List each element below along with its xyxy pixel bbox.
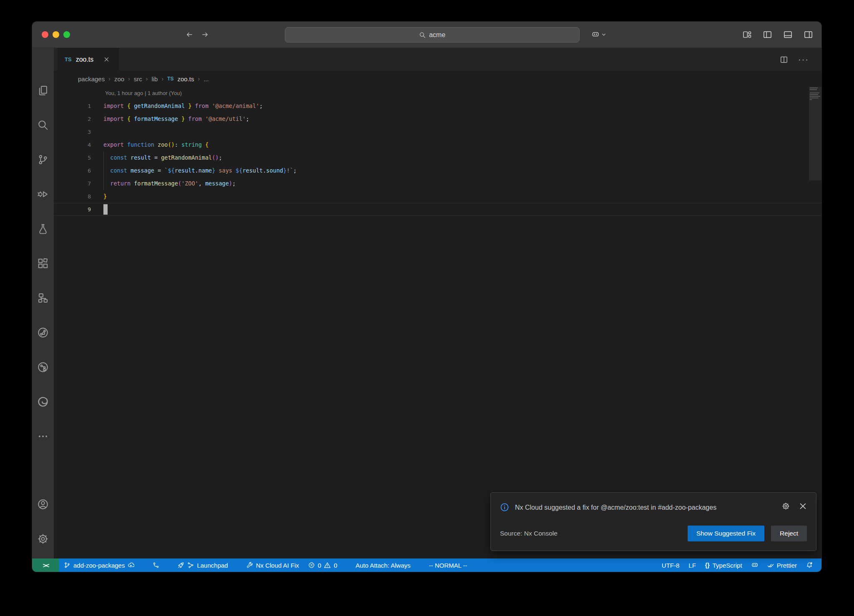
activity-nx-cloud-item[interactable] [32, 350, 54, 384]
eol-status[interactable]: LF [684, 558, 701, 572]
minimize-window-button[interactable] [53, 31, 59, 38]
code-line-1[interactable]: 1import { getRandomAnimal } from '@acme/… [54, 100, 821, 113]
code-line-2[interactable]: 2import { formatMessage } from '@acme/ut… [54, 113, 821, 125]
activity-nx-console-item[interactable] [32, 315, 54, 350]
run-debug-icon [38, 189, 48, 200]
code-line-4[interactable]: 4export function zoo(): string { [54, 138, 821, 151]
code-line-5[interactable]: 5 const result = getRandomAnimal(); [54, 151, 821, 164]
blame-annotation[interactable]: You, 1 hour ago | 1 author (You) [54, 87, 821, 100]
prettier-status[interactable]: Prettier [763, 558, 801, 572]
toggle-primary-sidebar-button[interactable] [763, 30, 772, 40]
activity-run-debug-item[interactable] [32, 177, 54, 211]
encoding-status[interactable]: UTF-8 [657, 558, 684, 572]
activity-account-item[interactable] [32, 487, 54, 521]
tab-label: zoo.ts [76, 56, 94, 63]
breadcrumb-src[interactable]: src [134, 75, 142, 83]
breadcrumb-lib[interactable]: lib [151, 75, 158, 83]
window-controls [42, 31, 70, 38]
code-line-content[interactable]: } [103, 190, 821, 203]
code-line-content[interactable]: const message = `${result.name} says ${r… [103, 164, 821, 177]
code-editor[interactable]: You, 1 hour ago | 1 author (You) 1import… [54, 87, 821, 558]
glyph: {} [705, 562, 710, 568]
activity-settings-gear-item[interactable] [32, 521, 54, 556]
toggle-panel-button[interactable] [783, 30, 793, 40]
nx-console-icon [38, 327, 48, 338]
more-icon [38, 431, 48, 442]
launchpad-status[interactable]: Launchpad [173, 558, 232, 572]
close-tab-button[interactable] [101, 54, 112, 65]
breadcrumb-file[interactable]: zoo.ts [177, 75, 194, 83]
rocket-icon [178, 562, 184, 568]
activity-more-item[interactable] [32, 419, 54, 453]
wrench-icon [246, 562, 253, 568]
minimap-slider[interactable] [809, 87, 821, 180]
cloud-upload-icon [128, 562, 134, 568]
breadcrumb-zoo[interactable]: zoo [114, 75, 124, 83]
label: 0 [318, 562, 321, 569]
code-line-content[interactable]: const result = getRandomAnimal(); [103, 151, 821, 164]
label: TypeScript [713, 562, 742, 569]
breadcrumb-symbol-overflow[interactable]: ... [203, 75, 209, 83]
code-line-3[interactable]: 3 [54, 125, 821, 138]
git-branch-status[interactable]: add-zoo-packages [59, 558, 139, 572]
notifications-bell[interactable] [801, 558, 817, 572]
customize-layout-button[interactable] [742, 30, 752, 40]
show-suggested-fix-button[interactable]: Show Suggested Fix [688, 526, 764, 541]
command-center-search[interactable]: acme [285, 27, 580, 43]
activity-files-item[interactable] [32, 73, 54, 108]
code-line-7[interactable]: 7 return formatMessage('ZOO', message); [54, 177, 821, 190]
activity-search-item[interactable] [32, 108, 54, 142]
source-control-icon [38, 154, 48, 165]
activity-references-item[interactable] [32, 280, 54, 315]
git-graph-status[interactable] [148, 558, 164, 572]
split-editor-button[interactable] [780, 55, 788, 64]
language-status[interactable]: {}TypeScript [701, 558, 747, 572]
tab-bar: TS zoo.ts ··· [54, 48, 821, 71]
line-number: 3 [54, 125, 91, 138]
activity-extensions-item[interactable] [32, 246, 54, 280]
notification-settings-gear-icon[interactable] [782, 502, 790, 510]
forward-button[interactable] [201, 31, 209, 38]
line-number: 5 [54, 151, 91, 164]
toggle-secondary-sidebar-button[interactable] [804, 30, 813, 40]
activity-bar [32, 48, 54, 558]
code-line-content[interactable]: import { formatMessage } from '@acme/uti… [103, 113, 821, 125]
minimap[interactable] [809, 87, 821, 558]
code-line-content[interactable] [103, 125, 821, 138]
code-line-content[interactable]: return formatMessage('ZOO', message); [103, 177, 821, 190]
code-line-content[interactable]: export function zoo(): string { [103, 138, 821, 151]
back-button[interactable] [186, 31, 193, 38]
problems-status[interactable]: 00 [304, 558, 342, 572]
notification-message: Nx Cloud suggested a fix for @acme/zoo:t… [515, 501, 716, 514]
code-line-6[interactable]: 6 const message = `${result.name} says $… [54, 164, 821, 177]
reject-button[interactable]: Reject [771, 526, 807, 541]
copilot-status[interactable] [747, 558, 763, 572]
nx-cloud-ai-fix-status[interactable]: Nx Cloud AI Fix [242, 558, 304, 572]
vim-mode-status[interactable]: -- NORMAL -- [424, 558, 472, 572]
code-line-8[interactable]: 8} [54, 190, 821, 203]
more-actions-button[interactable]: ··· [798, 55, 809, 64]
code-line-content[interactable] [103, 203, 821, 216]
activity-testing-item[interactable] [32, 211, 54, 246]
activity-source-control-item[interactable] [32, 142, 54, 177]
auto-attach-status[interactable]: Auto Attach: Always [351, 558, 415, 572]
zoom-window-button[interactable] [63, 31, 70, 38]
close-icon [104, 57, 109, 62]
minimap-code-line [810, 96, 820, 97]
notification-close-icon[interactable] [799, 502, 807, 510]
breadcrumb: packages›zoo›src›lib›TSzoo.ts›... [54, 71, 821, 87]
breadcrumb-packages[interactable]: packages [78, 75, 105, 83]
code-line-content[interactable]: import { getRandomAnimal } from '@acme/a… [103, 100, 821, 113]
close-window-button[interactable] [42, 31, 48, 38]
tab-zoo-ts[interactable]: TS zoo.ts [57, 48, 119, 71]
remote-indicator[interactable]: >< [32, 558, 59, 572]
minimap-code-line [810, 93, 819, 93]
references-icon [38, 293, 48, 303]
activity-edge-tools-item[interactable] [32, 384, 54, 419]
label: Nx Cloud AI Fix [256, 562, 299, 569]
code-line-9[interactable]: 9 [54, 203, 821, 216]
git-branch-icon [64, 562, 70, 568]
label: add-zoo-packages [73, 562, 125, 569]
copilot-menu[interactable] [592, 31, 606, 38]
chevron-down-icon [601, 32, 606, 37]
